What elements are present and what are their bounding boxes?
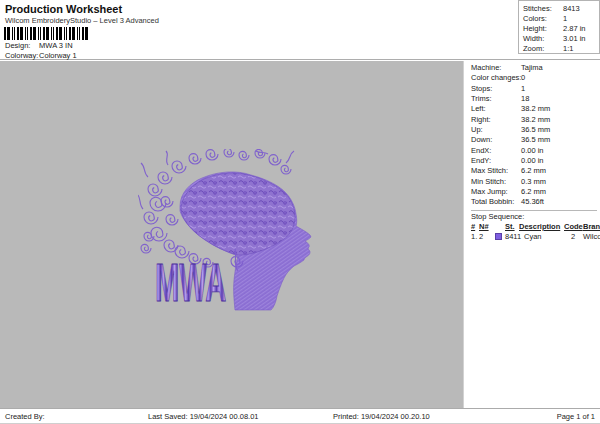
design-canvas: MWA [0, 61, 463, 408]
design-name-row: Design: MWA 3 IN [5, 41, 73, 50]
info-color-changes: Color changes:0 [471, 73, 600, 83]
info-machine: Machine:Tajima [471, 63, 600, 73]
design-value: MWA 3 IN [39, 41, 72, 50]
printed-text: Printed: 19/04/2024 00.20.10 [333, 412, 430, 421]
col-desc: Description [519, 222, 560, 231]
cell-brand: Wilcom [583, 232, 600, 241]
details-panel: Machine:Tajima Color changes:0 Stops:1 T… [463, 61, 600, 408]
colorway-value: Colorway 1 [39, 51, 77, 60]
afro-hair [181, 173, 295, 255]
info-trims: Trims:18 [471, 94, 600, 104]
cell-num: 1. [471, 232, 477, 241]
created-by-label: Created By: [5, 412, 45, 421]
design-label: Design: [5, 41, 37, 50]
barcode [4, 27, 88, 40]
cell-desc: Cyan [524, 232, 542, 241]
machine-info: Machine:Tajima Color changes:0 Stops:1 T… [471, 63, 600, 208]
cell-st: 8411 [505, 232, 521, 241]
info-up: Up:36.5 mm [471, 125, 600, 135]
col-n: N# [479, 222, 489, 231]
col-code: Code [564, 222, 583, 231]
app-subtitle: Wilcom EmbroideryStudio – Level 3 Advanc… [5, 16, 159, 25]
info-endy: EndY:0.00 in [471, 156, 600, 166]
design-stats-box: Stitches:8413 Colors:1 Height:2.87 in Wi… [518, 0, 600, 54]
info-endx: EndX:0.00 in [471, 146, 600, 156]
col-brand: Brand [583, 222, 600, 231]
last-saved-text: Last Saved: 19/04/2024 00.08.01 [148, 412, 259, 421]
info-max-stitch: Max Stitch:6.2 mm [471, 166, 600, 176]
worksheet-body: MWA Machine:Tajima Color changes:0 Stops… [0, 61, 600, 408]
colorway-label: Colorway: [5, 51, 37, 60]
info-stops: Stops:1 [471, 84, 600, 94]
logo-text: MWA [155, 253, 226, 312]
colorway-row: Colorway: Colorway 1 [5, 51, 77, 60]
page-title: Production Worksheet [5, 3, 122, 15]
info-left: Left:38.2 mm [471, 104, 600, 114]
cell-n: 2 [479, 232, 483, 241]
page-number: Page 1 of 1 [557, 412, 595, 421]
thread-color-swatch [495, 233, 502, 240]
stat-width: Width:3.01 in [523, 34, 599, 44]
stop-sequence-table: # N# St. Description Code Brand 1. 2 841… [471, 222, 600, 246]
info-right: Right:38.2 mm [471, 115, 600, 125]
col-num: # [471, 222, 475, 231]
worksheet-footer: Created By: Last Saved: 19/04/2024 00.08… [0, 408, 600, 424]
stat-zoom: Zoom:1:1 [523, 44, 599, 54]
info-total-bobbin: Total Bobbin:45.36ft [471, 197, 600, 207]
worksheet-header: Production Worksheet Wilcom EmbroiderySt… [0, 0, 600, 60]
stat-stitches: Stitches:8413 [523, 4, 599, 14]
info-down: Down:36.5 mm [471, 135, 600, 145]
panel-divider [471, 210, 597, 211]
cell-code: 2 [571, 232, 575, 241]
production-worksheet-page: Production Worksheet Wilcom EmbroiderySt… [0, 0, 600, 424]
embroidery-design: MWA [138, 149, 368, 319]
stat-colors: Colors:1 [523, 14, 599, 24]
col-st: St. [505, 222, 515, 231]
info-min-stitch: Min Stitch:0.3 mm [471, 177, 600, 187]
stat-height: Height:2.87 in [523, 24, 599, 34]
stop-sequence-title: Stop Sequence: [471, 212, 600, 222]
info-max-jump: Max Jump:6.2 mm [471, 187, 600, 197]
